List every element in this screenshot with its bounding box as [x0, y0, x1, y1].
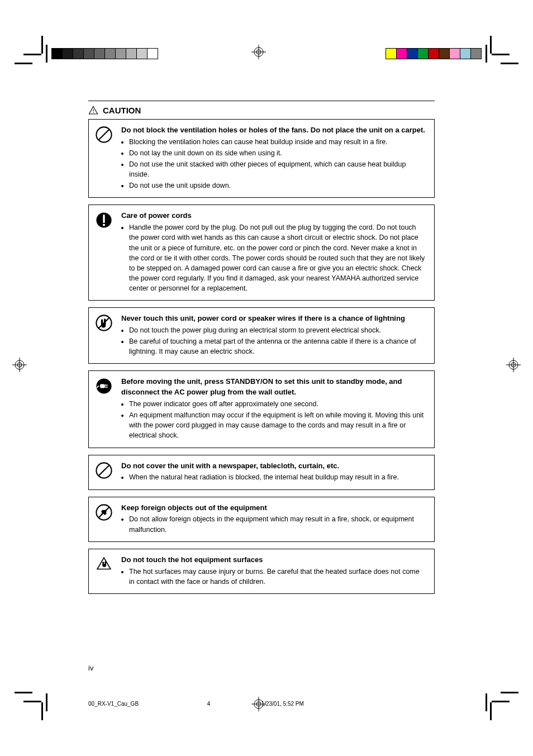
box-bullets: When the natural heat radiation is block… — [121, 472, 399, 482]
bullet-text: Be careful of touching a metal part of t… — [129, 336, 426, 356]
box-title: Do not cover the unit with a newspaper, … — [121, 461, 399, 472]
svg-line-19 — [99, 130, 110, 140]
bullet-text: Do not use the unit upside down. — [129, 180, 426, 191]
box-bullets: The hot surfaces may cause injury or bur… — [121, 567, 426, 587]
box-bullets: The power indicator goes off after appro… — [121, 399, 426, 441]
bullet-text: An equipment malfunction may occur if th… — [129, 410, 426, 440]
slug-page: 4 — [207, 701, 215, 707]
page-content: CAUTION Do not block the ventilation hol… — [88, 101, 435, 601]
slug-file: 00_RX-V1_Cau_GB — [88, 701, 139, 707]
bullet-text: The power indicator goes off after appro… — [129, 399, 426, 409]
no-touch-icon — [94, 313, 113, 332]
box-title: Before moving the unit, press STANDBY/ON… — [121, 377, 426, 398]
rule-top — [88, 101, 435, 101]
slug-time: 1/23/01, 5:52 PM — [261, 701, 304, 707]
box-title: Care of power cords — [121, 211, 426, 221]
color-calibration-bar — [386, 48, 482, 59]
unplug-icon — [94, 377, 113, 396]
bullet-text: Handle the power cord by the plug. Do no… — [129, 222, 426, 293]
caution-box: Before moving the unit, press STANDBY/ON… — [88, 370, 435, 448]
prohibition-icon — [94, 125, 113, 144]
bullet-text: Do not lay the unit down on its side whe… — [129, 148, 426, 158]
box-bullets: Do not touch the power plug during an el… — [121, 325, 426, 356]
bullet-text: When the natural heat radiation is block… — [129, 472, 399, 482]
prohibition-icon — [94, 461, 113, 480]
warning-triangle-icon — [88, 106, 98, 116]
no-disassemble-icon — [94, 503, 113, 522]
caution-box: Never touch this unit, power cord or spe… — [88, 307, 435, 364]
bullet-text: Do not use the unit stacked with other p… — [129, 159, 426, 179]
registration-mark-icon — [506, 358, 521, 372]
svg-point-22 — [103, 224, 105, 226]
bullet-text: Do not allow foreign objects in the equi… — [129, 514, 426, 534]
bullet-text: Do not touch the power plug during an el… — [129, 325, 426, 335]
svg-line-32 — [99, 507, 110, 517]
svg-rect-26 — [100, 384, 105, 388]
registration-mark-icon — [12, 358, 27, 372]
hot-surface-icon — [94, 555, 113, 574]
box-bullets: Handle the power cord by the plug. Do no… — [121, 222, 426, 293]
caution-box: Care of power cords Handle the power cor… — [88, 205, 435, 301]
svg-point-17 — [93, 112, 94, 113]
grayscale-calibration-bar — [51, 48, 158, 59]
page-number: iv — [88, 664, 93, 672]
caution-heading: CAUTION — [88, 106, 435, 116]
box-bullets: Do not allow foreign objects in the equi… — [121, 514, 426, 534]
mandatory-action-icon — [94, 211, 113, 230]
box-bullets: Blocking the ventilation holes can cause… — [121, 137, 426, 191]
print-slug: 00_RX-V1_Cau_GB 4 1/23/01, 5:52 PM — [88, 701, 304, 707]
bullet-text: The hot surfaces may cause injury or bur… — [129, 567, 426, 587]
caution-box: Keep foreign objects out of the equipmen… — [88, 497, 435, 542]
box-title: Never touch this unit, power cord or spe… — [121, 313, 426, 324]
caution-label: CAUTION — [103, 106, 141, 116]
box-title: Keep foreign objects out of the equipmen… — [121, 503, 426, 513]
registration-mark-icon — [251, 45, 266, 59]
bullet-text: Blocking the ventilation holes can cause… — [129, 137, 426, 147]
box-title: Do not touch the hot equipment surfaces — [121, 555, 426, 565]
caution-box: Do not cover the unit with a newspaper, … — [88, 455, 435, 490]
caution-box: Do not block the ventilation holes or ho… — [88, 119, 435, 198]
svg-line-30 — [99, 465, 110, 476]
caution-box: Do not touch the hot equipment surfaces … — [88, 549, 435, 594]
box-title: Do not block the ventilation holes or ho… — [121, 125, 426, 136]
